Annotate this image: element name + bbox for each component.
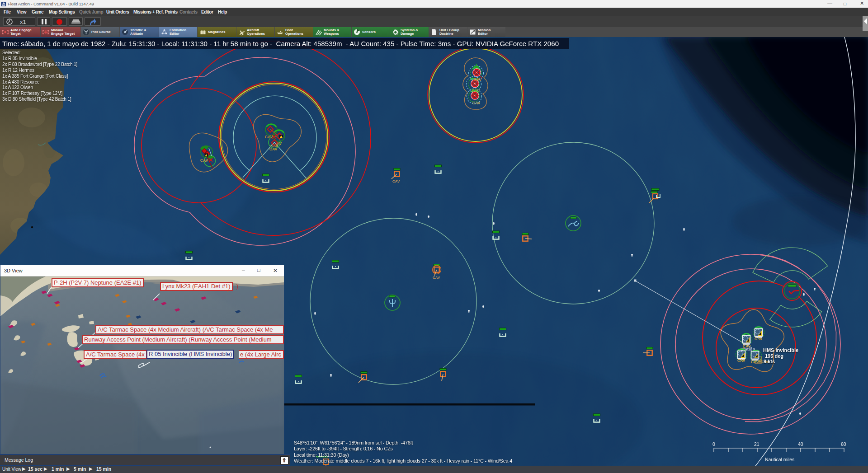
svg-text:CAV: CAV [433,276,440,280]
svg-text:Nautical miles: Nautical miles [765,457,794,462]
svg-text:CAV: CAV [737,358,745,363]
svg-text:CAV: CAV [755,337,763,341]
svg-text:CAV: CAV [472,89,480,93]
svg-text:60: 60 [841,441,846,447]
svg-text:CAV: CAV [265,135,273,139]
svg-text:CAV: CAV [392,179,400,183]
svg-text:195 deg: 195 deg [765,353,783,359]
svg-text:40: 40 [798,441,803,447]
svg-text:CAV: CAV [751,360,759,364]
svg-text:CAV: CAV [743,344,751,349]
svg-text:CAV: CAV [472,101,481,105]
svg-text:HMS Invincible: HMS Invincible [763,347,798,353]
svg-text:CAV: CAV [474,77,482,82]
svg-text:21: 21 [754,441,760,447]
svg-text:9 kts: 9 kts [764,359,775,364]
svg-text:0: 0 [712,441,715,447]
svg-text:CAV: CAV [200,158,208,163]
svg-text:CAV: CAV [269,147,278,151]
